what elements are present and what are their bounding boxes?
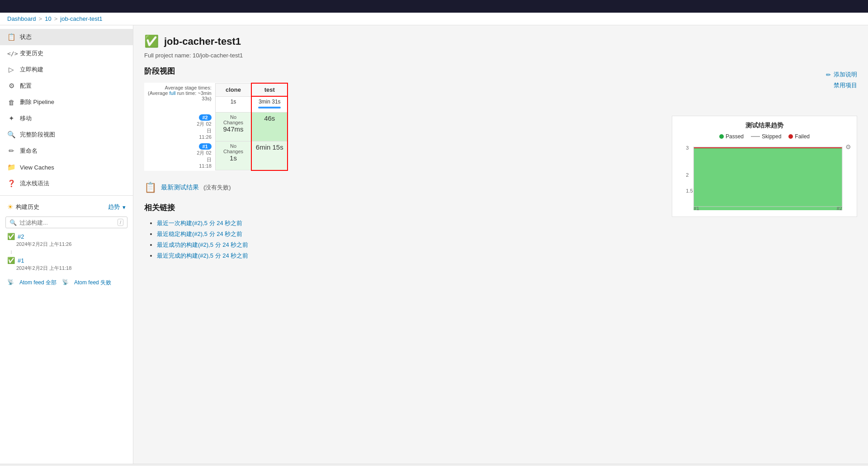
stage-table: Average stage times: (Average full run t… [144,83,288,171]
trend-legend: Passed Skipped Failed [678,133,851,140]
sidebar: 📋 状态 </> 变更历史 ▷ 立即构建 ⚙ 配置 🗑 删除 Pipeline … [0,25,133,464]
sidebar-item-rename[interactable]: ✏ 重命名 [0,143,133,159]
build-2-clone-no-changes: NoChanges [219,114,248,125]
trend-button[interactable]: 趋势 [108,203,120,211]
build-2-clone-time: 947ms [219,125,248,133]
atom-feed-all-link[interactable]: Atom feed 全部 [19,279,57,287]
related-link-0[interactable]: 最近一次构建(#2),5 分 24 秒之前 [157,220,242,226]
sidebar-item-view-caches[interactable]: 📁 View Caches [0,159,133,175]
related-link-1[interactable]: 最近稳定构建(#2),5 分 24 秒之前 [157,231,242,237]
sidebar-label-status: 状态 [20,33,32,41]
trend-chart-svg: 3 2 1.5 #1 #2 [678,143,851,211]
build-1-link[interactable]: #1 [18,257,24,264]
breadcrumb-sep-2: > [54,15,58,22]
trend-chart-section: 测试结果趋势 Passed Skipped Failed ⚙ [672,116,857,217]
sidebar-label-view-caches: View Caches [20,164,54,171]
sidebar-item-pipeline-syntax[interactable]: ❓ 流水线语法 [0,175,133,192]
sidebar-item-full-stage-view[interactable]: 🔍 完整阶段视图 [0,127,133,143]
build-2-clone-cell[interactable]: NoChanges 947ms [215,113,251,141]
move-icon: ✦ [7,114,15,122]
build-1-status-icon: ✅ [7,257,15,264]
main-content: ✏ 添加说明 禁用项目 ✅ job-cacher-test1 Full proj… [133,25,868,464]
legend-passed-dot [719,134,724,139]
build-2-badge[interactable]: #2 [199,114,212,121]
build-search-box: 🔍 / [5,217,127,228]
legend-skipped-label: Skipped [762,133,781,140]
chart-gear-icon[interactable]: ⚙ [845,143,851,151]
build-2-label-cell: #2 2月 02 日 11:26 [144,113,215,141]
add-description-button[interactable]: ✏ 添加说明 [826,71,857,79]
search-icon-sidebar: 🔍 [9,219,17,226]
sidebar-label-configure: 配置 [20,82,32,90]
pencil-icon: ✏ [7,147,15,155]
build-2-test-time: 46s [255,114,283,122]
disable-project-label: 禁用项目 [834,81,857,89]
related-link-3[interactable]: 最近完成的构建(#2),5 分 24 秒之前 [157,252,248,259]
avg-times-cell: Average stage times: (Average full run t… [144,83,215,113]
sun-icon: ☀ [7,203,13,211]
breadcrumb-10[interactable]: 10 [45,15,51,22]
build-2-test-cell[interactable]: 46s [251,113,288,141]
legend-failed: Failed [788,133,810,140]
folder-icon: 📁 [7,163,15,171]
test-results-link[interactable]: 最新测试结果 [161,184,199,192]
play-icon: ▷ [7,66,15,74]
svg-marker-3 [693,148,842,210]
atom-feed-fail-link[interactable]: Atom feed 失败 [74,279,111,287]
sidebar-item-move[interactable]: ✦ 移动 [0,110,133,127]
svg-text:3: 3 [686,145,689,151]
gear-icon: ⚙ [7,82,15,90]
sidebar-item-delete-pipeline[interactable]: 🗑 删除 Pipeline [0,94,133,110]
sidebar-label-change-history: 变更历史 [20,49,43,57]
sidebar-label-full-stage-view: 完整阶段视图 [20,131,55,139]
action-buttons: ✏ 添加说明 禁用项目 [826,71,857,89]
sidebar-divider [0,195,133,196]
breadcrumb-job[interactable]: job-cacher-test1 [60,15,102,22]
build-1-clone-cell[interactable]: NoChanges 1s [215,141,251,170]
build-1-badge[interactable]: #1 [199,143,212,150]
disable-project-button[interactable]: 禁用项目 [834,81,857,89]
build-1-label-cell: #1 2月 02 日 11:18 [144,141,215,170]
build-item-1[interactable]: ✅ #1 2024年2月2日 上午11:18 [0,254,133,274]
sidebar-item-status[interactable]: 📋 状态 [0,29,133,45]
question-icon: ❓ [7,179,15,188]
related-link-item-3: 最近完成的构建(#2),5 分 24 秒之前 [157,252,857,260]
legend-skipped-line [751,136,760,137]
build-search-input[interactable] [19,219,115,226]
clone-avg-time: 1s [215,96,251,113]
layout: 📋 状态 </> 变更历史 ▷ 立即构建 ⚙ 配置 🗑 删除 Pipeline … [0,25,868,464]
trend-chevron-icon[interactable]: ▾ [123,204,126,211]
project-title: job-cacher-test1 [164,36,241,47]
related-link-2[interactable]: 最近成功的构建(#2),5 分 24 秒之前 [157,241,248,248]
build-1-date: 2024年2月2日 上午11:18 [7,265,126,272]
sidebar-label-move: 移动 [20,114,32,122]
build-history-label: 构建历史 [16,203,39,211]
top-bar [0,0,868,13]
build-1-clone-no-changes: NoChanges [219,143,248,154]
build-2-link[interactable]: #2 [18,233,24,240]
build-item-2[interactable]: ✅ #2 2024年2月2日 上午11:26 [0,230,133,250]
svg-text:2: 2 [686,172,689,178]
sidebar-item-configure[interactable]: ⚙ 配置 [0,78,133,94]
breadcrumb: Dashboard > 10 > job-cacher-test1 [0,13,868,25]
code-icon: </> [7,50,15,57]
legend-failed-dot [788,134,793,139]
test-progress-bar [258,107,281,108]
no-failure-text: (没有失败) [203,184,231,192]
full-link[interactable]: full [170,90,176,96]
legend-passed: Passed [719,133,744,140]
slash-key: / [118,219,123,226]
build-1-test-time: 6min 15s [255,143,283,151]
build-1-test-cell[interactable]: 6min 15s [251,141,288,170]
sidebar-item-build-now[interactable]: ▷ 立即构建 [0,61,133,78]
rss-icon-all: 📡 [7,279,14,287]
sidebar-label-pipeline-syntax: 流水线语法 [20,179,49,188]
sidebar-item-change-history[interactable]: </> 变更历史 [0,45,133,61]
build-2-stage-date: 2月 02 日 11:26 [148,121,212,140]
search-icon: 🔍 [7,131,15,139]
trash-icon: 🗑 [7,99,15,106]
breadcrumb-dashboard[interactable]: Dashboard [7,15,36,22]
trend-chart-title: 测试结果趋势 [678,122,851,130]
sidebar-label-build-now: 立即构建 [20,66,43,74]
build-history-header: ☀ 构建历史 趋势 ▾ [0,199,133,215]
